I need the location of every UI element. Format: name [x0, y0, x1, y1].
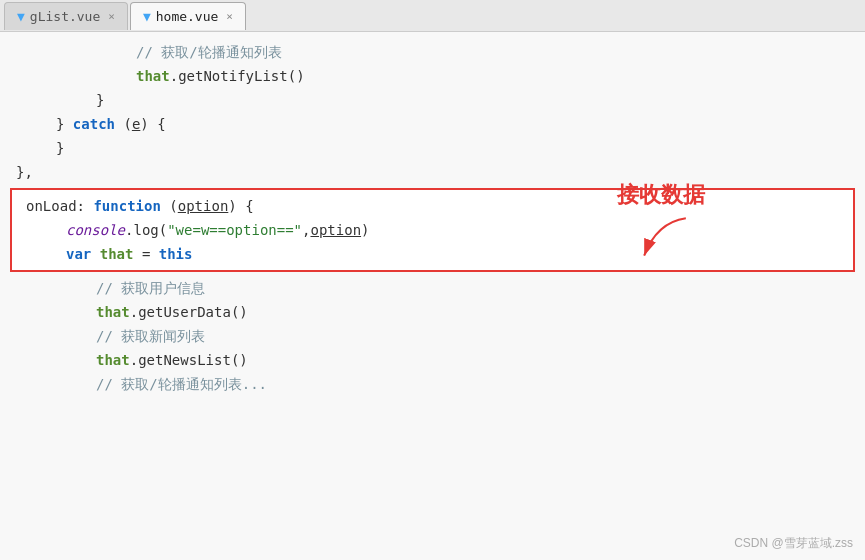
code-line: // 获取新闻列表: [0, 324, 865, 348]
code-line: } catch (e) {: [0, 112, 865, 136]
close-icon-home[interactable]: ×: [226, 10, 233, 23]
code-line: // 获取/轮播通知列表...: [0, 372, 865, 396]
tab-label-home: home.vue: [156, 9, 219, 24]
vue-icon-glist: ▼: [17, 9, 25, 24]
code-line: that.getNotifyList(): [0, 64, 865, 88]
code-line: }: [0, 136, 865, 160]
comment-notify: // 获取/轮播通知列表: [136, 40, 282, 64]
console-log-line: console.log("we=w==option==",option): [18, 218, 847, 242]
annotation: 接收数据: [617, 180, 705, 264]
annotation-arrow-svg: [625, 214, 705, 264]
code-line: // 获取/轮播通知列表: [0, 40, 865, 64]
editor-container: ▼ gList.vue × ▼ home.vue × // 获取/轮播通知列表 …: [0, 0, 865, 560]
vue-icon-home: ▼: [143, 9, 151, 24]
tab-label-glist: gList.vue: [30, 9, 100, 24]
code-area: // 获取/轮播通知列表 that.getNotifyList() } } ca…: [0, 32, 865, 560]
highlighted-code-block: onLoad: function (option) { console.log(…: [10, 188, 855, 272]
code-line: that.getNewsList(): [0, 348, 865, 372]
tab-bar: ▼ gList.vue × ▼ home.vue ×: [0, 0, 865, 32]
annotation-text: 接收数据: [617, 180, 705, 210]
code-line: },: [0, 160, 865, 184]
code-line: // 获取用户信息: [0, 276, 865, 300]
close-icon-glist[interactable]: ×: [108, 10, 115, 23]
code-line: that.getUserData(): [0, 300, 865, 324]
tab-home[interactable]: ▼ home.vue ×: [130, 2, 246, 30]
var-that-line: var that = this: [18, 242, 847, 266]
onload-line: onLoad: function (option) {: [18, 194, 847, 218]
tab-glist[interactable]: ▼ gList.vue ×: [4, 2, 128, 30]
code-line: }: [0, 88, 865, 112]
watermark: CSDN @雪芽蓝域.zss: [734, 535, 853, 552]
